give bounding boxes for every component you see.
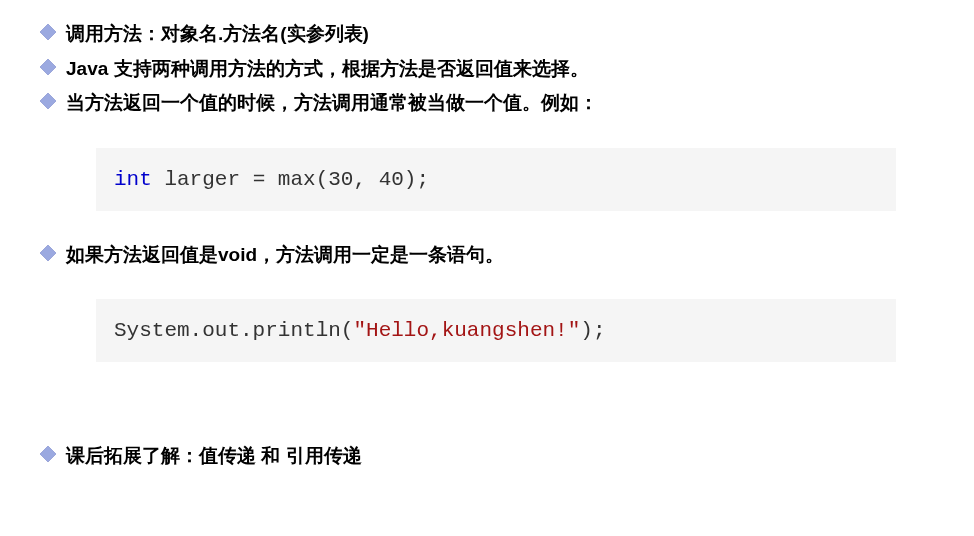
code-text: larger = max(30, 40);	[152, 168, 429, 191]
bullet-item-5: 课后拓展了解：值传递 和 引用传递	[40, 442, 934, 471]
diamond-icon	[40, 59, 56, 79]
bullet-text: 当方法返回一个值的时候，方法调用通常被当做一个值。例如：	[66, 89, 598, 118]
code-string: "Hello,kuangshen!"	[353, 319, 580, 342]
code-text: System.out.println(	[114, 319, 353, 342]
diamond-icon	[40, 245, 56, 265]
bullet-text: Java 支持两种调用方法的方式，根据方法是否返回值来选择。	[66, 55, 589, 84]
code-block-1: int larger = max(30, 40);	[96, 148, 896, 211]
diamond-icon	[40, 446, 56, 466]
bullet-item-1: 调用方法：对象名.方法名(实参列表)	[40, 20, 934, 49]
bullet-text: 如果方法返回值是void，方法调用一定是一条语句。	[66, 241, 504, 270]
spacer	[40, 392, 934, 442]
code-keyword: int	[114, 168, 152, 191]
bullet-item-2: Java 支持两种调用方法的方式，根据方法是否返回值来选择。	[40, 55, 934, 84]
bullet-item-4: 如果方法返回值是void，方法调用一定是一条语句。	[40, 241, 934, 270]
bullet-text: 课后拓展了解：值传递 和 引用传递	[66, 442, 362, 471]
diamond-icon	[40, 93, 56, 113]
code-text: );	[580, 319, 605, 342]
bullet-item-3: 当方法返回一个值的时候，方法调用通常被当做一个值。例如：	[40, 89, 934, 118]
diamond-icon	[40, 24, 56, 44]
bullet-text: 调用方法：对象名.方法名(实参列表)	[66, 20, 369, 49]
code-block-2: System.out.println("Hello,kuangshen!");	[96, 299, 896, 362]
